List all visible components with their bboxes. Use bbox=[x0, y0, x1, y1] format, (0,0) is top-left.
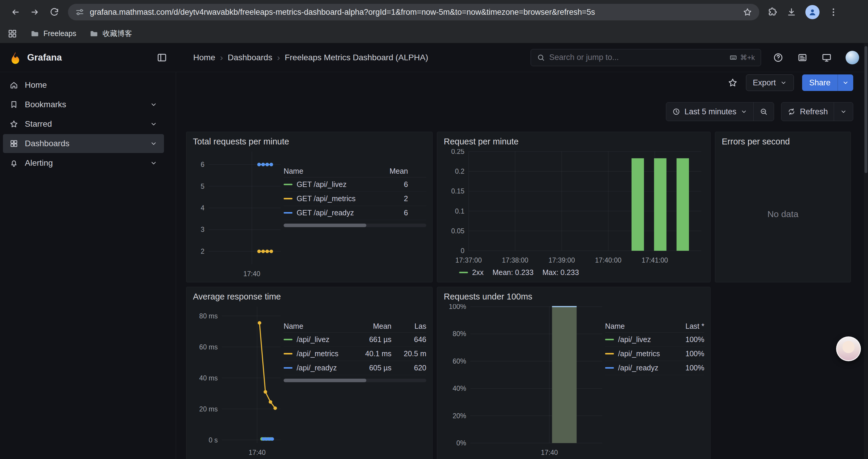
download-icon[interactable] bbox=[786, 7, 797, 17]
panel-requests-under-100ms[interactable]: Requests under 100ms 0%20%40%60%80%100%1… bbox=[437, 287, 711, 459]
reload-icon bbox=[49, 7, 59, 17]
help-icon[interactable] bbox=[773, 52, 783, 63]
user-avatar[interactable] bbox=[845, 51, 859, 64]
panel-title[interactable]: Requests under 100ms bbox=[437, 287, 710, 302]
apps-grid-icon[interactable] bbox=[8, 29, 17, 38]
legend-series[interactable]: 2xx bbox=[459, 268, 484, 277]
favorite-star-icon[interactable] bbox=[728, 78, 738, 88]
sidebar-item-starred[interactable]: Starred bbox=[3, 114, 164, 133]
address-bar[interactable]: grafana.mathmast.com/d/deytv4rwavabkb/fr… bbox=[68, 4, 759, 21]
time-controls: Last 5 minutes Refresh bbox=[666, 102, 853, 121]
chart-total-requests[interactable]: 2345617:40 bbox=[192, 149, 284, 279]
scrollbar-thumb[interactable] bbox=[284, 379, 366, 382]
sidebar-item-bookmarks[interactable]: Bookmarks bbox=[3, 95, 164, 114]
site-settings-icon[interactable] bbox=[75, 7, 85, 17]
page-scrollbar-thumb[interactable] bbox=[864, 46, 867, 173]
chevron-down-icon[interactable] bbox=[150, 120, 157, 128]
search-box[interactable]: ⌘+k bbox=[531, 49, 761, 66]
scrollbar-thumb[interactable] bbox=[284, 224, 366, 227]
panel-request-per-minute[interactable]: Request per minute 00.050.10.150.20.2517… bbox=[437, 132, 711, 282]
legend-row[interactable]: /api/_readyz605 µs620 bbox=[284, 361, 426, 375]
page-scrollbar[interactable] bbox=[864, 43, 868, 459]
bookmark-folder-freeleaps[interactable]: Freeleaps bbox=[30, 29, 76, 38]
search-input[interactable] bbox=[549, 53, 725, 62]
panel-title[interactable]: Average response time bbox=[186, 287, 432, 302]
series-color-indicator bbox=[459, 272, 468, 273]
legend-row[interactable]: /api/_livez661 µs646 bbox=[284, 333, 426, 347]
breadcrumb-current: Freeleaps Metrics Dashboard (ALPHA) bbox=[285, 53, 428, 62]
sidebar-item-home[interactable]: Home bbox=[3, 76, 164, 95]
legend-header-row: NameMeanLas bbox=[284, 320, 426, 333]
folder-icon bbox=[30, 29, 39, 38]
series-name: /api/_livez bbox=[618, 335, 651, 344]
chevron-down-icon[interactable] bbox=[150, 159, 157, 167]
svg-text:17:40: 17:40 bbox=[243, 270, 260, 277]
panel-title[interactable]: Errors per second bbox=[715, 132, 850, 146]
legend-row[interactable]: GET /api/_metrics2 bbox=[284, 192, 426, 206]
legend-column-header[interactable]: Mean bbox=[364, 167, 408, 175]
share-button[interactable]: Share bbox=[802, 74, 853, 91]
chart-average-response-time[interactable]: 0 s20 ms40 ms60 ms80 ms17:40 bbox=[192, 304, 284, 458]
sidebar-item-label: Alerting bbox=[25, 158, 53, 168]
panel-title[interactable]: Total requests per minute bbox=[186, 132, 432, 146]
export-button[interactable]: Export bbox=[746, 74, 794, 91]
floating-avatar[interactable] bbox=[836, 336, 861, 361]
no-data-message: No data bbox=[721, 149, 845, 279]
refresh-label: Refresh bbox=[800, 107, 828, 117]
legend-scrollbar[interactable] bbox=[284, 379, 426, 382]
export-label: Export bbox=[753, 78, 776, 88]
legend-row[interactable]: /api/_metrics100% bbox=[605, 347, 704, 361]
monitor-icon[interactable] bbox=[821, 52, 832, 63]
legend-column-header[interactable]: Name bbox=[605, 322, 660, 330]
legend-scrollbar[interactable] bbox=[284, 224, 426, 227]
refresh-interval-toggle[interactable] bbox=[834, 102, 853, 121]
svg-text:17:39:00: 17:39:00 bbox=[548, 256, 575, 264]
svg-text:0%: 0% bbox=[457, 439, 466, 447]
panel-average-response-time[interactable]: Average response time 0 s20 ms40 ms60 ms… bbox=[186, 287, 433, 459]
chart-request-per-minute[interactable]: 00.050.10.150.20.2517:37:0017:38:0017:39… bbox=[443, 149, 704, 266]
legend-row[interactable]: /api/_livez100% bbox=[605, 333, 704, 347]
breadcrumb-dashboards[interactable]: Dashboards bbox=[228, 53, 272, 62]
zoom-out-button[interactable] bbox=[754, 102, 774, 121]
legend-row[interactable]: /api/_readyz100% bbox=[605, 361, 704, 375]
panel-total-requests-per-minute[interactable]: Total requests per minute 2345617:40 Nam… bbox=[186, 132, 433, 282]
legend-value: 100% bbox=[660, 335, 704, 344]
panel-title[interactable]: Request per minute bbox=[437, 132, 710, 146]
browser-menu-icon[interactable] bbox=[829, 7, 838, 17]
sidebar-item-dashboards[interactable]: Dashboards bbox=[3, 134, 164, 153]
chart-canvas-request-per-minute: 00.050.10.150.20.2517:37:0017:38:0017:39… bbox=[443, 149, 704, 266]
bookmark-icon bbox=[9, 100, 18, 109]
panel-errors-per-second[interactable]: Errors per second No data bbox=[715, 132, 851, 282]
share-menu-toggle[interactable] bbox=[838, 74, 853, 91]
breadcrumb-home[interactable]: Home bbox=[193, 53, 215, 62]
legend-row[interactable]: GET /api/_readyz6 bbox=[284, 206, 426, 220]
bookmark-folder-blogs[interactable]: 收藏博客 bbox=[89, 29, 132, 38]
breadcrumb-separator: › bbox=[277, 53, 280, 63]
legend-column-header[interactable]: Mean bbox=[347, 322, 392, 330]
legend-column-header[interactable]: Las bbox=[392, 322, 426, 330]
legend-row[interactable]: /api/_metrics40.1 ms20.5 m bbox=[284, 347, 426, 361]
sidebar-item-alerting[interactable]: Alerting bbox=[3, 154, 164, 172]
forward-button[interactable] bbox=[26, 3, 44, 21]
grafana-brand[interactable]: Grafana bbox=[9, 51, 157, 64]
time-range-picker[interactable]: Last 5 minutes bbox=[666, 102, 754, 121]
chart-requests-under-100ms[interactable]: 0%20%40%60%80%100%17:40 bbox=[443, 304, 605, 458]
news-icon[interactable] bbox=[797, 52, 808, 63]
sidebar-toggle-icon[interactable] bbox=[157, 52, 167, 63]
browser-profile-avatar[interactable] bbox=[805, 5, 819, 19]
svg-text:0.25: 0.25 bbox=[451, 149, 464, 155]
legend-column-header[interactable]: Name bbox=[284, 322, 347, 330]
chevron-down-icon[interactable] bbox=[150, 101, 157, 108]
legend-row[interactable]: GET /api/_livez6 bbox=[284, 177, 426, 192]
extensions-icon[interactable] bbox=[768, 7, 778, 17]
url-text[interactable]: grafana.mathmast.com/d/deytv4rwavabkb/fr… bbox=[90, 8, 737, 17]
reload-button[interactable] bbox=[45, 3, 63, 21]
legend-column-header[interactable]: Name bbox=[284, 167, 364, 175]
chart-canvas-total-requests-per-minute: 2345617:40 bbox=[192, 149, 284, 279]
chevron-down-icon[interactable] bbox=[150, 140, 157, 147]
back-button[interactable] bbox=[6, 3, 24, 21]
legend-column-header[interactable]: Last * bbox=[660, 322, 704, 330]
series-color-indicator bbox=[605, 353, 614, 355]
bookmark-star-icon[interactable] bbox=[743, 7, 752, 17]
refresh-button[interactable]: Refresh bbox=[781, 102, 834, 121]
